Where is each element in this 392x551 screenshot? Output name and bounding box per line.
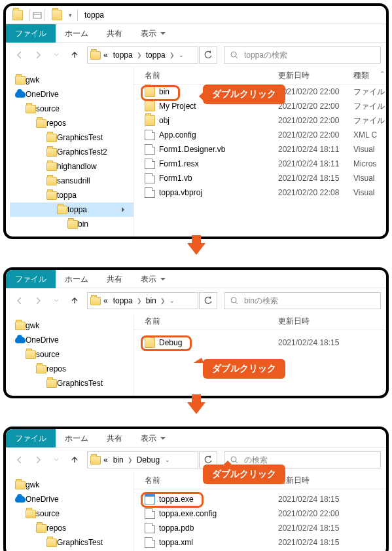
tree-item[interactable]: toppa [10,188,134,202]
titlebar-dropdown-icon[interactable]: ▾ [69,12,72,18]
file-row[interactable]: Form1.resx2021/02/24 18:11Micros [134,157,386,171]
tab-file[interactable]: ファイル [6,270,56,288]
folder-icon [46,148,57,157]
refresh-button[interactable] [199,292,217,309]
file-row[interactable]: App.config2021/02/20 22:00XML C [134,128,386,142]
tree-item[interactable]: GraphicsTest [10,376,134,390]
up-button[interactable] [66,451,83,468]
nav-tree[interactable]: gwkOneDrivesourcereposGraphicsTest [6,313,134,396]
content-area: gwkOneDrivesourcereposGraphicsTest 名前 更新… [6,313,386,396]
tab-share[interactable]: 共有 [98,270,132,288]
back-button[interactable] [11,451,28,468]
tree-item-label: toppa [57,191,77,200]
chevron-right-icon[interactable]: ❯ [137,297,142,304]
tree-item[interactable]: source [10,506,134,521]
tab-file[interactable]: ファイル [6,24,56,43]
file-date: 2021/02/24 18:15 [278,495,376,504]
address-bar[interactable]: « toppa ❯ toppa ❯ ⌄ [87,47,198,64]
file-row[interactable]: toppa.pdb2021/02/24 18:15 [134,521,386,535]
folder-icon [46,162,57,171]
file-name-cell: Form1.Designer.vb [134,144,278,155]
tree-item[interactable]: OneDrive [10,492,134,506]
tree-item[interactable]: bin [10,217,134,231]
file-row[interactable]: toppa.exe.config2021/02/20 22:00 [134,506,386,521]
search-box[interactable]: toppaの検索 [224,47,381,64]
tree-item[interactable]: GraphicsTest [10,535,134,550]
highlight-ring [141,335,192,351]
tree-item[interactable]: repos [10,521,134,535]
back-button[interactable] [11,292,28,309]
file-row[interactable]: toppa.xml2021/02/24 18:15 [134,535,386,550]
crumb[interactable]: toppa [143,50,168,60]
crumb[interactable]: toppa [111,50,135,60]
forward-button[interactable] [29,451,46,468]
forward-button[interactable] [29,292,46,309]
crumb[interactable]: « [101,50,111,60]
col-date[interactable]: 更新日時 [278,475,376,486]
nav-tree[interactable]: gwkOneDrivesourcereposGraphicsTest [6,472,134,551]
address-folder-icon [90,297,101,305]
tree-item[interactable]: gwk [10,478,134,492]
file-row[interactable]: obj2021/02/20 22:00ファイル [134,113,386,128]
address-dropdown-icon[interactable]: ⌄ [165,457,170,463]
tree-item[interactable]: GraphicsTest2 [10,145,134,159]
forward-button[interactable] [29,47,46,64]
recent-dropdown[interactable] [48,451,65,468]
tree-item[interactable]: OneDrive [10,87,134,102]
tree-item[interactable]: gwk [10,73,134,87]
tab-share[interactable]: 共有 [98,24,132,43]
explorer-window-2: ファイル ホーム 共有 表示 « toppa ❯ bin ❯ ⌄ binの検索 … [3,267,389,398]
tab-view[interactable]: 表示 [132,429,169,447]
address-bar[interactable]: « toppa ❯ bin ❯ ⌄ [87,292,198,309]
tab-file[interactable]: ファイル [6,429,56,447]
up-button[interactable] [66,292,83,309]
tree-item[interactable]: sansudrill [10,174,134,188]
tree-item[interactable]: gwk [10,318,134,333]
toolbar-icon[interactable] [33,10,42,20]
folder-icon [46,191,57,200]
recent-dropdown[interactable] [48,292,65,309]
tree-item[interactable]: repos [10,362,134,376]
crumb[interactable]: toppa [111,296,135,305]
search-box[interactable]: binの検索 [224,292,381,309]
address-bar[interactable]: « bin ❯ Debug ⌄ [87,451,198,468]
crumb[interactable]: « [101,296,111,305]
tab-home[interactable]: ホーム [56,429,98,447]
col-date[interactable]: 更新日時 [278,70,353,81]
col-date[interactable]: 更新日時 [278,316,376,327]
chevron-right-icon[interactable]: ❯ [169,52,175,58]
chevron-right-icon[interactable]: ❯ [128,457,133,463]
tree-item[interactable]: repos [10,116,134,130]
tree-item[interactable]: highandlow [10,159,134,174]
crumb[interactable]: Debug [134,455,162,465]
svg-line-5 [236,302,238,304]
crumb[interactable]: « [101,455,111,465]
nav-tree[interactable]: gwkOneDrivesourcereposGraphicsTestGraphi… [6,67,134,237]
file-row[interactable]: Form1.Designer.vb2021/02/24 18:11Visual [134,142,386,157]
tab-view[interactable]: 表示 [132,24,169,43]
refresh-button[interactable] [199,47,217,64]
tree-item[interactable]: OneDrive [10,333,134,347]
chevron-right-icon[interactable]: ❯ [160,297,166,304]
tree-item[interactable]: source [10,102,134,116]
tab-share[interactable]: 共有 [98,429,132,447]
tab-home[interactable]: ホーム [56,270,98,288]
nav-bar: « toppa ❯ bin ❯ ⌄ binの検索 [6,288,386,313]
address-dropdown-icon[interactable]: ⌄ [179,52,184,58]
up-button[interactable] [66,47,83,64]
col-name[interactable]: 名前 [134,70,278,81]
crumb[interactable]: bin [143,296,159,305]
col-name[interactable]: 名前 [134,316,278,327]
file-row[interactable]: Form1.vb2021/02/24 18:15Visual [134,171,386,185]
tree-item[interactable]: GraphicsTest [10,130,134,145]
tree-item[interactable]: toppa [10,202,134,217]
crumb[interactable]: bin [111,455,126,465]
tree-item[interactable]: source [10,347,134,362]
tab-view[interactable]: 表示 [132,270,169,288]
recent-dropdown[interactable] [48,47,65,64]
chevron-right-icon[interactable]: ❯ [137,52,142,58]
file-row[interactable]: toppa.vbproj2021/02/20 22:08Visual [134,185,386,200]
address-dropdown-icon[interactable]: ⌄ [169,297,175,304]
tab-home[interactable]: ホーム [56,24,98,43]
back-button[interactable] [11,47,28,64]
